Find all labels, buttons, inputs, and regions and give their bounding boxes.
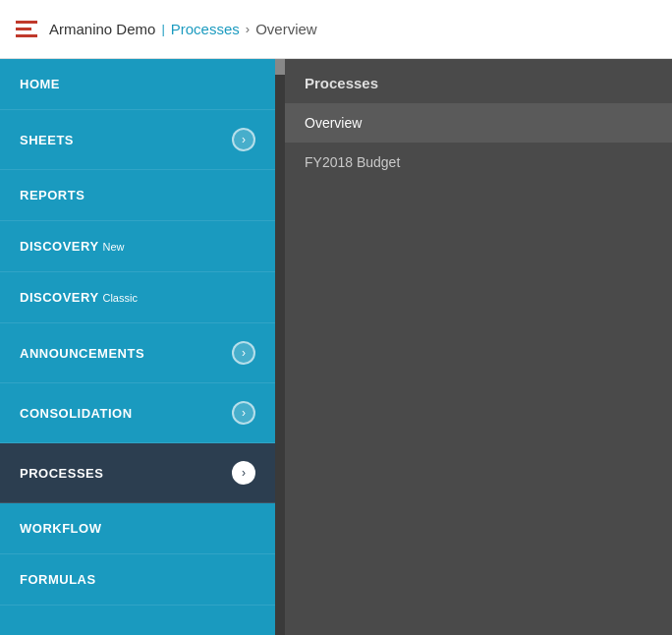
sidebar-item-formulas-label: FORMULAS [20, 572, 96, 587]
hamburger-menu-button[interactable] [16, 21, 37, 37]
sidebar-item-workflow[interactable]: WORKFLOW [0, 503, 275, 554]
sidebar-item-announcements[interactable]: ANNOUNCEMENTS › [0, 323, 275, 383]
breadcrumb-current: Overview [255, 21, 317, 37]
sidebar-item-consolidation-label: CONSOLIDATION [20, 406, 133, 421]
sidebar-item-formulas[interactable]: FORMULAS [0, 554, 275, 606]
sidebar-item-announcements-label: ANNOUNCEMENTS [20, 346, 144, 361]
sidebar-item-discovery-new[interactable]: DISCOVERY New [0, 221, 275, 272]
sidebar: HOME SHEETS › REPORTS DISCOVERY New DISC… [0, 59, 275, 635]
announcements-chevron-icon: › [232, 341, 255, 365]
sidebar-item-discovery-new-label: DISCOVERY New [20, 239, 124, 254]
sidebar-item-processes-label: PROCESSES [20, 466, 103, 481]
sidebar-item-discovery-classic-label: DISCOVERY Classic [20, 290, 138, 305]
breadcrumb-separator: | [161, 22, 164, 36]
consolidation-chevron-icon: › [232, 401, 255, 425]
breadcrumb-arrow: › [246, 22, 250, 36]
sidebar-item-workflow-label: WORKFLOW [20, 521, 101, 536]
breadcrumb-processes-link[interactable]: Processes [171, 21, 240, 37]
sidebar-item-discovery-classic[interactable]: DISCOVERY Classic [0, 272, 275, 323]
content-inner: Processes Overview FY2018 Budget [285, 59, 672, 635]
content-panel: Processes Overview FY2018 Budget [275, 59, 672, 635]
main-layout: HOME SHEETS › REPORTS DISCOVERY New DISC… [0, 59, 672, 635]
breadcrumb-company: Armanino Demo [49, 21, 155, 37]
sidebar-item-reports-label: REPORTS [20, 188, 84, 202]
sidebar-item-home-label: HOME [20, 77, 60, 91]
content-scrollbar[interactable] [275, 59, 285, 635]
sidebar-item-sheets[interactable]: SHEETS › [0, 110, 275, 170]
scrollbar-thumb[interactable] [275, 59, 285, 75]
sidebar-item-home[interactable]: HOME [0, 59, 275, 110]
sidebar-item-processes[interactable]: PROCESSES › [0, 443, 275, 503]
sidebar-item-reports[interactable]: REPORTS [0, 170, 275, 221]
sidebar-item-sheets-label: SHEETS [20, 133, 74, 147]
panel-title: Processes [285, 59, 672, 103]
sheets-chevron-icon: › [232, 128, 255, 151]
breadcrumb: Armanino Demo | Processes › Overview [49, 21, 317, 37]
process-item-overview[interactable]: Overview [285, 103, 672, 143]
header: Armanino Demo | Processes › Overview [0, 0, 672, 59]
sidebar-item-consolidation[interactable]: CONSOLIDATION › [0, 383, 275, 443]
process-item-fy2018-budget[interactable]: FY2018 Budget [285, 143, 672, 182]
processes-chevron-icon: › [232, 461, 255, 485]
